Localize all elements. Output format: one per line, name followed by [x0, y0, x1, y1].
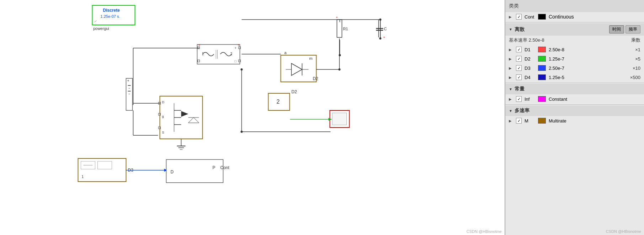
svg-text:a: a: [284, 51, 287, 55]
d2-row[interactable]: ▶ ✓ D2 1.25e-7 ×5: [505, 54, 644, 63]
svg-text:m: m: [309, 56, 313, 61]
right-panel: 类类 ▶ ✓ Cont Continuous ▼ 离散 时间 频率 基本速率 2…: [505, 0, 644, 235]
constant-checkbox[interactable]: ✓: [516, 96, 522, 102]
svg-text:D: D: [171, 169, 174, 174]
svg-text:+: +: [235, 46, 236, 50]
svg-rect-67: [332, 113, 347, 125]
d3-row[interactable]: ▶ ✓ D3 2.50e-7 ×10: [505, 63, 644, 73]
multiplier-header: 乘数: [631, 37, 640, 43]
constant-row[interactable]: ▶ ✓ Inf Constant: [505, 94, 644, 104]
svg-text:powergui: powergui: [93, 26, 109, 31]
d4-multiplier: ×500: [630, 75, 640, 80]
d2-label: D2: [525, 56, 535, 62]
d1-label: D1: [525, 47, 535, 52]
d3-label: D3: [525, 66, 535, 71]
svg-text:+: +: [383, 36, 385, 39]
multirate-color-box: [538, 118, 546, 124]
svg-text:+: +: [198, 43, 200, 47]
svg-rect-74: [78, 158, 126, 182]
d4-value: 1.25e-5: [549, 75, 627, 80]
discrete-freq-button[interactable]: 频率: [626, 25, 640, 33]
d1-multiplier: ×1: [635, 47, 640, 52]
continuous-value: Continuous: [549, 14, 640, 20]
base-rate-label: 基本速率 2.50e-8: [509, 37, 544, 43]
multirate-section-header[interactable]: ▼ 多速率: [505, 105, 644, 116]
svg-text:D: D: [162, 100, 165, 104]
svg-text:g: g: [162, 115, 164, 118]
continuous-row[interactable]: ▶ ✓ Cont Continuous: [505, 12, 644, 21]
d1-color-box: [538, 47, 546, 52]
category-header: 类类: [505, 0, 644, 12]
discrete-section-header[interactable]: ▼ 离散 时间 频率: [505, 23, 644, 36]
svg-point-38: [339, 54, 341, 56]
d4-row[interactable]: ▶ ✓ D4 1.25e-5 ×500: [505, 73, 644, 82]
separator-1: [505, 22, 644, 22]
svg-text:+: +: [336, 16, 338, 19]
continuous-expand-arrow[interactable]: ▶: [509, 15, 513, 19]
d4-expand-arrow[interactable]: ▶: [509, 75, 513, 79]
separator-3: [505, 104, 644, 105]
d2-value: 1.25e-7: [549, 56, 632, 62]
constant-expand-arrow[interactable]: ▶: [509, 97, 513, 101]
svg-text:R1: R1: [343, 27, 348, 31]
multirate-label: M: [525, 118, 535, 124]
discrete-buttons: 时间 频率: [609, 25, 640, 33]
svg-rect-28: [337, 20, 342, 37]
svg-text:+: +: [127, 79, 129, 83]
d4-color-box: [538, 74, 546, 80]
discrete-title: 离散: [515, 26, 609, 33]
d3-value: 2.50e-7: [549, 66, 630, 71]
svg-text:Discrete: Discrete: [103, 8, 120, 13]
discrete-collapse-arrow[interactable]: ▼: [509, 27, 512, 31]
continuous-label: Cont: [525, 14, 535, 20]
multirate-title: 多速率: [515, 108, 640, 114]
constant-title: 常量: [515, 86, 640, 92]
constant-value: Constant: [549, 96, 640, 102]
category-label: 类类: [509, 3, 519, 9]
svg-text:D2: D2: [313, 76, 319, 81]
svg-text:C: C: [384, 27, 387, 31]
base-rate-row: 基本速率 2.50e-8 乘数: [505, 36, 644, 45]
constant-collapse-arrow[interactable]: ▼: [509, 87, 512, 91]
d2-checkbox[interactable]: ✓: [516, 56, 522, 62]
multirate-collapse-arrow[interactable]: ▼: [509, 109, 512, 113]
multirate-value: Multirate: [549, 118, 640, 124]
d4-checkbox[interactable]: ✓: [516, 74, 522, 80]
d2-expand-arrow[interactable]: ▶: [509, 57, 513, 61]
svg-text:Cont: Cont: [220, 165, 230, 170]
d3-color-box: [538, 65, 546, 71]
continuous-color-box: [538, 14, 546, 20]
svg-text:1: 1: [202, 52, 204, 56]
svg-text:2: 2: [277, 99, 280, 105]
d1-checkbox[interactable]: ✓: [516, 47, 522, 52]
d3-multiplier: ×10: [633, 66, 640, 71]
d3-expand-arrow[interactable]: ▶: [509, 66, 513, 70]
svg-text:□: □: [235, 59, 237, 63]
svg-text:+: +: [238, 43, 240, 47]
discrete-time-button[interactable]: 时间: [609, 25, 624, 33]
svg-text:S: S: [162, 131, 164, 134]
constant-section-header[interactable]: ▼ 常量: [505, 84, 644, 94]
svg-text:P: P: [213, 165, 215, 170]
d3-checkbox[interactable]: ✓: [516, 65, 522, 71]
svg-rect-5: [126, 78, 133, 110]
d2-color-box: [538, 56, 546, 62]
svg-text:1.25e-07 s.: 1.25e-07 s.: [101, 14, 120, 19]
separator-2: [505, 83, 644, 83]
svg-text:2: 2: [230, 52, 233, 56]
d1-row[interactable]: ▶ ✓ D1 2.50e-8 ×1: [505, 45, 644, 54]
multirate-expand-arrow[interactable]: ▶: [509, 119, 513, 123]
watermark: CSDN @HBisnotme: [467, 229, 502, 234]
d1-value: 2.50e-8: [549, 47, 632, 52]
d2-multiplier: ×5: [635, 56, 640, 62]
constant-label: Inf: [525, 96, 535, 102]
multirate-checkbox[interactable]: ✓: [516, 118, 522, 124]
right-panel-watermark: CSDN @HBisnotme: [606, 229, 641, 234]
d1-expand-arrow[interactable]: ▶: [509, 48, 513, 52]
svg-text:D2: D2: [292, 89, 297, 94]
svg-point-73: [241, 68, 243, 70]
continuous-checkbox[interactable]: ✓: [516, 14, 522, 20]
diagram-panel: Discrete 1.25e-07 s. powergui + + + □ □ …: [0, 0, 505, 235]
svg-rect-82: [166, 160, 223, 183]
multirate-row[interactable]: ▶ ✓ M Multirate: [505, 116, 644, 125]
